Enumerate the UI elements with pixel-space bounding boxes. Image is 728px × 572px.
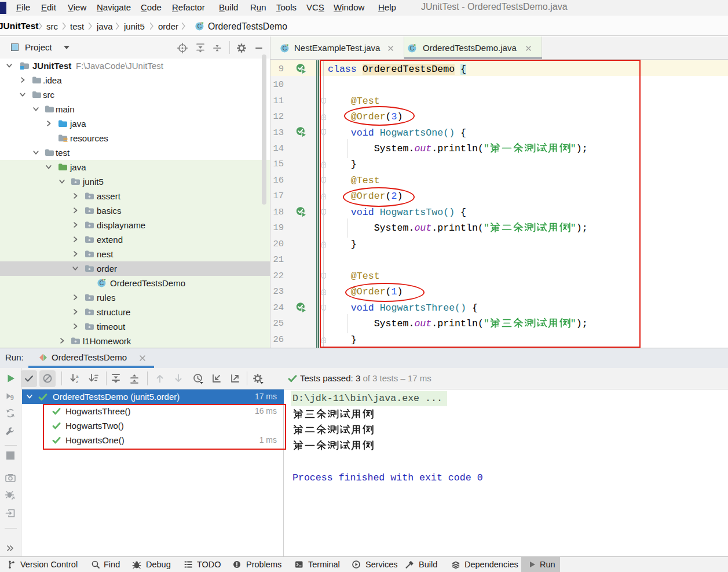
- svg-text:C: C: [282, 45, 287, 52]
- svg-text:C: C: [197, 23, 202, 30]
- svg-text:z: z: [76, 379, 78, 384]
- svg-text:a: a: [76, 374, 79, 379]
- svg-text:C: C: [409, 45, 414, 52]
- svg-text:9: 9: [10, 394, 14, 401]
- svg-text:C: C: [99, 279, 104, 286]
